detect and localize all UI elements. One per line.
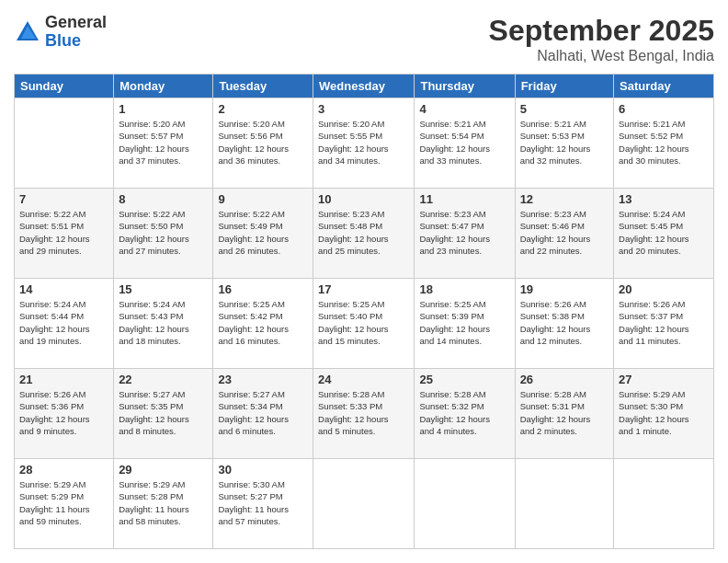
day-info: Sunrise: 5:29 AM Sunset: 5:28 PM Dayligh… [119,478,208,527]
day-info: Sunrise: 5:22 AM Sunset: 5:49 PM Dayligh… [218,208,308,257]
calendar-cell: 30Sunrise: 5:30 AM Sunset: 5:27 PM Dayli… [213,459,313,549]
month-title: September 2025 [489,14,714,48]
day-number: 28 [19,463,108,477]
day-info: Sunrise: 5:21 AM Sunset: 5:52 PM Dayligh… [619,118,709,167]
day-info: Sunrise: 5:23 AM Sunset: 5:48 PM Dayligh… [318,208,409,257]
day-number: 5 [520,102,609,116]
day-number: 19 [520,282,609,296]
day-number: 24 [318,373,409,386]
calendar-cell: 24Sunrise: 5:28 AM Sunset: 5:33 PM Dayli… [313,369,415,459]
calendar-cell: 3Sunrise: 5:20 AM Sunset: 5:55 PM Daylig… [313,98,415,189]
day-info: Sunrise: 5:23 AM Sunset: 5:47 PM Dayligh… [419,208,509,257]
calendar-cell: 18Sunrise: 5:25 AM Sunset: 5:39 PM Dayli… [415,279,515,369]
day-info: Sunrise: 5:22 AM Sunset: 5:50 PM Dayligh… [119,208,208,257]
calendar-cell [313,459,415,549]
calendar-cell [15,98,114,189]
calendar-cell: 5Sunrise: 5:21 AM Sunset: 5:53 PM Daylig… [515,98,613,189]
day-info: Sunrise: 5:21 AM Sunset: 5:53 PM Dayligh… [520,118,609,167]
calendar-cell: 11Sunrise: 5:23 AM Sunset: 5:47 PM Dayli… [415,189,515,279]
day-info: Sunrise: 5:24 AM Sunset: 5:45 PM Dayligh… [619,208,709,257]
calendar-cell: 7Sunrise: 5:22 AM Sunset: 5:51 PM Daylig… [15,189,114,279]
day-info: Sunrise: 5:27 AM Sunset: 5:34 PM Dayligh… [218,388,308,437]
calendar-cell: 14Sunrise: 5:24 AM Sunset: 5:44 PM Dayli… [15,279,114,369]
weekday-header-tuesday: Tuesday [213,75,313,98]
day-number: 3 [318,102,409,116]
day-number: 13 [619,192,709,206]
calendar-cell: 8Sunrise: 5:22 AM Sunset: 5:50 PM Daylig… [114,189,213,279]
calendar-cell: 28Sunrise: 5:29 AM Sunset: 5:29 PM Dayli… [15,459,114,549]
calendar-cell: 23Sunrise: 5:27 AM Sunset: 5:34 PM Dayli… [213,369,313,459]
logo-general-text: General [45,14,107,32]
day-info: Sunrise: 5:21 AM Sunset: 5:54 PM Dayligh… [419,118,509,167]
day-info: Sunrise: 5:24 AM Sunset: 5:44 PM Dayligh… [19,298,108,347]
day-number: 30 [218,463,308,477]
weekday-header-monday: Monday [114,75,213,98]
calendar-row-3: 21Sunrise: 5:26 AM Sunset: 5:36 PM Dayli… [15,369,714,459]
day-number: 22 [119,373,208,386]
day-info: Sunrise: 5:22 AM Sunset: 5:51 PM Dayligh… [19,208,108,257]
day-number: 21 [19,373,108,386]
calendar-cell: 21Sunrise: 5:26 AM Sunset: 5:36 PM Dayli… [15,369,114,459]
calendar-header-row: SundayMondayTuesdayWednesdayThursdayFrid… [15,75,714,98]
day-info: Sunrise: 5:28 AM Sunset: 5:32 PM Dayligh… [419,388,509,437]
day-number: 10 [318,192,409,206]
calendar-cell: 29Sunrise: 5:29 AM Sunset: 5:28 PM Dayli… [114,459,213,549]
day-info: Sunrise: 5:20 AM Sunset: 5:55 PM Dayligh… [318,118,409,167]
calendar-cell: 22Sunrise: 5:27 AM Sunset: 5:35 PM Dayli… [114,369,213,459]
calendar-table: SundayMondayTuesdayWednesdayThursdayFrid… [14,74,714,549]
weekday-header-thursday: Thursday [415,75,515,98]
day-info: Sunrise: 5:20 AM Sunset: 5:56 PM Dayligh… [218,118,308,167]
calendar-row-1: 7Sunrise: 5:22 AM Sunset: 5:51 PM Daylig… [15,189,714,279]
weekday-header-saturday: Saturday [614,75,714,98]
weekday-header-wednesday: Wednesday [313,75,415,98]
calendar-cell: 27Sunrise: 5:29 AM Sunset: 5:30 PM Dayli… [614,369,714,459]
day-number: 6 [619,102,709,116]
day-number: 12 [520,192,609,206]
day-info: Sunrise: 5:25 AM Sunset: 5:39 PM Dayligh… [419,298,509,347]
calendar-cell: 10Sunrise: 5:23 AM Sunset: 5:48 PM Dayli… [313,189,415,279]
calendar-cell [614,459,714,549]
weekday-header-sunday: Sunday [15,75,114,98]
calendar-cell: 12Sunrise: 5:23 AM Sunset: 5:46 PM Dayli… [515,189,613,279]
day-info: Sunrise: 5:29 AM Sunset: 5:30 PM Dayligh… [619,388,709,437]
day-info: Sunrise: 5:24 AM Sunset: 5:43 PM Dayligh… [119,298,208,347]
day-number: 17 [318,282,409,296]
day-info: Sunrise: 5:28 AM Sunset: 5:31 PM Dayligh… [520,388,609,437]
logo-text: General Blue [45,14,107,51]
weekday-header-friday: Friday [515,75,613,98]
calendar-cell: 19Sunrise: 5:26 AM Sunset: 5:38 PM Dayli… [515,279,613,369]
calendar-cell: 2Sunrise: 5:20 AM Sunset: 5:56 PM Daylig… [213,98,313,189]
calendar-cell: 4Sunrise: 5:21 AM Sunset: 5:54 PM Daylig… [415,98,515,189]
day-info: Sunrise: 5:26 AM Sunset: 5:38 PM Dayligh… [520,298,609,347]
logo-blue-text: Blue [45,32,107,51]
day-number: 26 [520,373,609,386]
day-number: 14 [19,282,108,296]
day-info: Sunrise: 5:29 AM Sunset: 5:29 PM Dayligh… [19,478,108,527]
day-number: 11 [419,192,509,206]
day-number: 7 [19,192,108,206]
day-info: Sunrise: 5:23 AM Sunset: 5:46 PM Dayligh… [520,208,609,257]
day-number: 18 [419,282,509,296]
calendar-cell: 26Sunrise: 5:28 AM Sunset: 5:31 PM Dayli… [515,369,613,459]
day-info: Sunrise: 5:28 AM Sunset: 5:33 PM Dayligh… [318,388,409,437]
day-info: Sunrise: 5:27 AM Sunset: 5:35 PM Dayligh… [119,388,208,437]
logo: General Blue [14,14,107,51]
day-number: 29 [119,463,208,477]
calendar-cell: 9Sunrise: 5:22 AM Sunset: 5:49 PM Daylig… [213,189,313,279]
header: General Blue September 2025 Nalhati, Wes… [14,14,714,64]
calendar-row-2: 14Sunrise: 5:24 AM Sunset: 5:44 PM Dayli… [15,279,714,369]
calendar-cell: 1Sunrise: 5:20 AM Sunset: 5:57 PM Daylig… [114,98,213,189]
calendar-cell: 25Sunrise: 5:28 AM Sunset: 5:32 PM Dayli… [415,369,515,459]
title-block: September 2025 Nalhati, West Bengal, Ind… [489,14,714,64]
calendar-cell: 16Sunrise: 5:25 AM Sunset: 5:42 PM Dayli… [213,279,313,369]
day-number: 15 [119,282,208,296]
day-info: Sunrise: 5:26 AM Sunset: 5:36 PM Dayligh… [19,388,108,437]
day-info: Sunrise: 5:25 AM Sunset: 5:42 PM Dayligh… [218,298,308,347]
logo-icon [14,18,41,46]
day-number: 2 [218,102,308,116]
location: Nalhati, West Bengal, India [489,48,714,64]
day-number: 8 [119,192,208,206]
calendar-cell: 17Sunrise: 5:25 AM Sunset: 5:40 PM Dayli… [313,279,415,369]
page: General Blue September 2025 Nalhati, Wes… [0,0,728,563]
day-info: Sunrise: 5:25 AM Sunset: 5:40 PM Dayligh… [318,298,409,347]
